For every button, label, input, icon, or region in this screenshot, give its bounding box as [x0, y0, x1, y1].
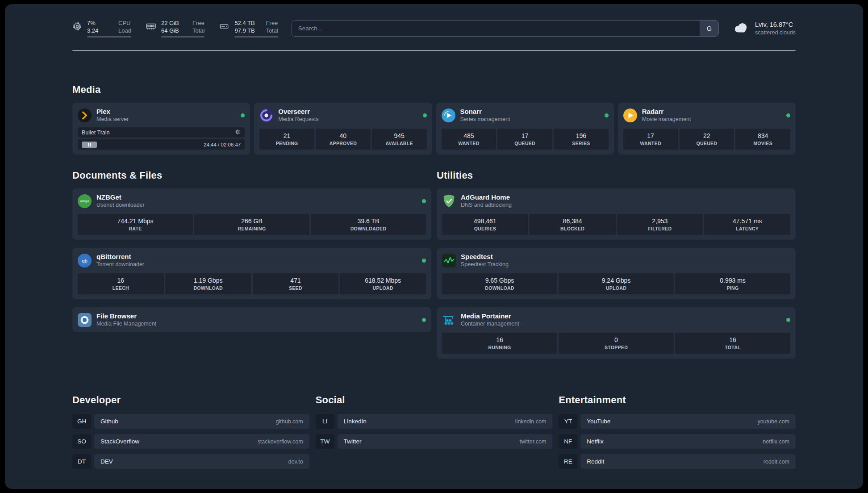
service-card-radarr[interactable]: Radarr Movie management 17WANTED 22QUEUE… — [618, 103, 796, 155]
overseerr-icon — [259, 109, 273, 122]
stat-download: 1.19 GbpsDOWNLOAD — [165, 273, 251, 294]
bookmark-name: YouTube — [587, 418, 610, 425]
section-title-documents: Documents & Files — [72, 170, 431, 181]
service-card-qbittorrent[interactable]: qb qBittorrent Torrent downloader — [72, 248, 431, 299]
memory-total-value: 64 GiB — [161, 27, 184, 34]
stat-stopped: 0STOPPED — [559, 333, 674, 354]
gear-icon[interactable] — [235, 129, 241, 137]
service-name: Sonarr — [460, 108, 510, 116]
memory-total-label: Total — [192, 27, 204, 34]
plex-icon — [78, 109, 92, 122]
weather-widget: Lviv, 16.87°C scattered clouds — [732, 21, 796, 37]
media-section: Media Plex Media server — [72, 84, 796, 155]
service-description: Usenet downloader — [96, 201, 145, 209]
search-provider-button[interactable]: G — [700, 21, 718, 36]
stat-latency: 47.571 msLATENCY — [704, 214, 790, 235]
bookmark-dev[interactable]: DT DEVdev.to — [72, 454, 309, 469]
disk-icon — [219, 21, 230, 31]
service-name: AdGuard Home — [461, 193, 512, 201]
disk-total-value: 97.9 TB — [234, 27, 258, 34]
resource-widgets: 7%CPU 3.24Load 22 GiBFree — [72, 19, 278, 38]
disk-total-label: Total — [266, 27, 278, 34]
svg-text:qb: qb — [82, 258, 88, 263]
cpu-usage-label: CPU — [118, 19, 130, 27]
svg-text:nzbget: nzbget — [80, 200, 89, 203]
bookmark-domain: dev.to — [288, 459, 303, 465]
stat-blocked: 86,384BLOCKED — [530, 214, 616, 235]
search-input[interactable] — [292, 25, 700, 32]
bookmark-linkedin[interactable]: LI LinkedInlinkedin.com — [316, 414, 553, 429]
bookmark-stackoverflow[interactable]: SO StackOverflowstackoverflow.com — [72, 434, 309, 449]
adguard-icon — [442, 194, 456, 208]
bookmark-github[interactable]: GH Githubgithub.com — [72, 414, 309, 429]
service-name: File Browser — [96, 312, 156, 320]
stat-movies: 834MOVIES — [735, 129, 790, 150]
cpu-load-label: Load — [118, 27, 131, 34]
stat-download: 9.65 GbpsDOWNLOAD — [442, 273, 557, 294]
bookmark-group-developer: Developer GH Githubgithub.com SO StackOv… — [72, 394, 309, 469]
service-name: qBittorrent — [96, 253, 144, 261]
service-card-adguard[interactable]: AdGuard Home DNS and adblocking 498,461Q… — [437, 188, 796, 240]
stat-seed: 471SEED — [253, 273, 339, 294]
section-title-utilities: Utilities — [437, 170, 796, 181]
service-description: Series management — [460, 116, 510, 123]
stat-downloaded: 39.6 TBDOWNLOADED — [311, 214, 426, 235]
stat-queries: 498,461QUERIES — [442, 214, 528, 235]
memory-progress-bar — [161, 36, 204, 38]
service-name: Plex — [96, 108, 129, 116]
service-card-portainer[interactable]: Media Portainer Container management 16R… — [437, 307, 796, 359]
stat-upload: 9.24 GbpsUPLOAD — [559, 273, 674, 294]
memory-icon — [146, 21, 156, 31]
stat-total: 16TOTAL — [675, 333, 790, 354]
bookmark-name: StackOverflow — [100, 438, 139, 445]
service-description: Container management — [461, 320, 519, 327]
service-card-speedtest[interactable]: Speedtest Speedtest Tracking 9.65 GbpsDO… — [437, 248, 796, 299]
bookmark-name: Github — [100, 418, 118, 425]
bookmark-name: Netflix — [587, 438, 604, 445]
disk-widget: 52.4 TBFree 97.9 TBTotal — [219, 19, 278, 38]
now-playing-widget: Bullet Train — [78, 123, 245, 150]
bookmark-domain: linkedin.com — [515, 418, 546, 425]
bookmark-twitter[interactable]: TW Twittertwitter.com — [316, 434, 553, 449]
stat-wanted: 17WANTED — [623, 129, 678, 150]
bookmark-name: LinkedIn — [344, 418, 367, 425]
bookmark-reddit[interactable]: RE Redditreddit.com — [559, 454, 796, 469]
stat-pending: 21PENDING — [259, 129, 314, 150]
bookmark-domain: youtube.com — [757, 418, 789, 425]
nzbget-icon: nzbget — [78, 194, 92, 208]
status-dot — [423, 113, 427, 117]
section-title-media: Media — [72, 84, 796, 96]
service-card-overseerr[interactable]: Overseerr Media Requests 21PENDING 40APP… — [254, 103, 432, 155]
pause-button[interactable] — [82, 142, 97, 148]
status-dot — [422, 259, 426, 263]
service-description: Media server — [96, 116, 129, 123]
stat-leech: 16LEECH — [78, 273, 164, 294]
service-card-plex[interactable]: Plex Media server Bullet Train — [72, 103, 250, 155]
top-bar: 7%CPU 3.24Load 22 GiBFree — [72, 19, 796, 38]
stat-available: 945AVAILABLE — [372, 129, 427, 150]
stat-queued: 22QUEUED — [680, 129, 734, 150]
bookmark-netflix[interactable]: NF Netflixnetflix.com — [559, 434, 796, 449]
section-title-entertainment: Entertainment — [559, 394, 796, 406]
disk-free-value: 52.4 TB — [234, 19, 258, 27]
service-card-filebrowser[interactable]: File Browser Media File Management — [72, 307, 431, 332]
bookmark-domain: github.com — [276, 418, 303, 425]
bookmark-youtube[interactable]: YT YouTubeyoutube.com — [559, 414, 796, 429]
cpu-icon — [72, 21, 82, 31]
status-dot — [422, 199, 426, 203]
service-description: Media File Management — [96, 320, 156, 327]
search-bar: G — [292, 20, 719, 37]
service-card-sonarr[interactable]: Sonarr Series management 485WANTED 17QUE… — [436, 103, 614, 155]
service-card-nzbget[interactable]: nzbget NZBGet Usenet downloader 74 — [72, 188, 431, 240]
stat-ping: 0.993 msPING — [675, 273, 790, 294]
cpu-load-value: 3.24 — [87, 27, 110, 34]
stat-series: 196SERIES — [554, 129, 609, 150]
service-description: DNS and adblocking — [461, 201, 512, 209]
now-playing-title: Bullet Train — [82, 130, 235, 136]
stat-queued: 17QUEUED — [497, 129, 552, 150]
portainer-icon — [442, 313, 456, 327]
bookmark-domain: netflix.com — [763, 439, 789, 445]
status-dot — [241, 113, 245, 117]
documents-section: Documents & Files nzbget — [72, 170, 431, 332]
disk-free-label: Free — [266, 19, 278, 27]
